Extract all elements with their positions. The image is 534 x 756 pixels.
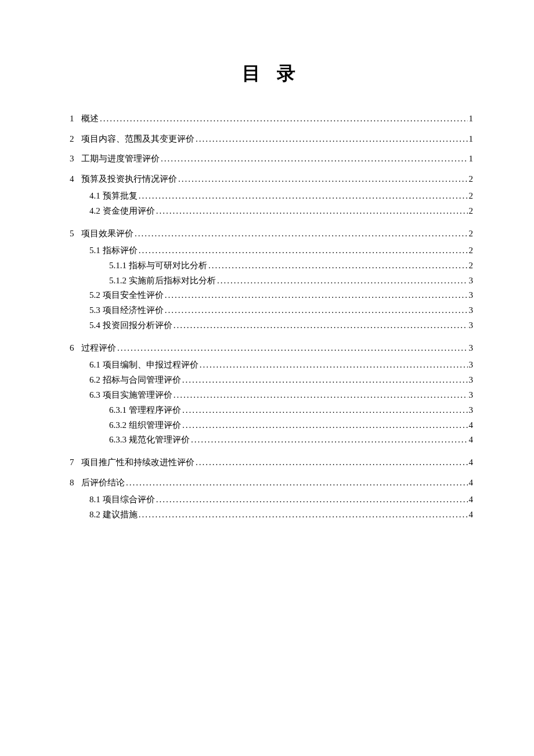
page-title: 目录	[64, 61, 473, 87]
toc-entry-label: 6.1项目编制、申报过程评价	[89, 358, 199, 373]
toc-entry-6-3-2: 6.3.2组织管理评价 4	[64, 418, 473, 433]
toc-dots	[139, 189, 468, 204]
toc-dots	[217, 273, 468, 289]
toc-page-number: 3	[469, 373, 474, 388]
toc-dots	[161, 149, 468, 169]
toc-page-number: 1	[469, 129, 474, 149]
toc-entry-4-2: 4.2资金使用评价 2	[64, 204, 473, 219]
toc-dots	[165, 303, 468, 318]
toc-page-number: 3	[469, 388, 474, 403]
toc-entry-label: 4预算及投资执行情况评价	[70, 169, 177, 189]
toc-entry-5-3: 5.3项目经济性评价 3	[64, 303, 473, 318]
toc-dots	[174, 318, 468, 333]
toc-page-number: 4	[469, 507, 474, 523]
toc-dots	[182, 403, 468, 418]
toc-entry-label: 7项目推广性和持续改进性评价	[70, 452, 194, 473]
toc-entry-6-3-3: 6.3.3规范化管理评价 4	[64, 433, 473, 448]
toc-entry-5: 5项目效果评价 2	[64, 224, 473, 244]
toc-entry-6: 6过程评价 3	[64, 338, 473, 358]
toc-dots	[165, 288, 468, 303]
toc-group-6: 6.1项目编制、申报过程评价 3 6.2招标与合同管理评价 3 6.3项目实施管…	[64, 358, 473, 448]
toc-page-number: 3	[469, 303, 474, 318]
toc-entry-label: 6过程评价	[70, 338, 116, 358]
toc-group-4: 4.1预算批复 2 4.2资金使用评价 2	[64, 189, 473, 219]
toc-page-number: 3	[469, 358, 474, 373]
toc-page-number: 4	[469, 433, 474, 448]
toc-entry-6-3: 6.3项目实施管理评价 3	[64, 388, 473, 403]
toc-page-number: 2	[469, 258, 474, 273]
toc-entry-8: 8后评价结论 4	[64, 473, 473, 493]
toc-page-number: 1	[469, 109, 474, 129]
toc-entry-label: 3工期与进度管理评价	[70, 149, 160, 169]
toc-entry-6-1: 6.1项目编制、申报过程评价 3	[64, 358, 473, 373]
toc-dots	[100, 109, 468, 129]
toc-entry-label: 6.3.3规范化管理评价	[109, 433, 190, 448]
toc-entry-label: 5.1指标评价	[89, 243, 138, 258]
toc-entry-6-2: 6.2招标与合同管理评价 3	[64, 373, 473, 388]
toc-dots	[126, 473, 468, 493]
toc-page-number: 1	[469, 149, 474, 169]
toc-entry-label: 6.3.2组织管理评价	[109, 418, 181, 433]
toc-page-number: 2	[469, 243, 474, 258]
toc-entry-label: 8.2建议措施	[89, 507, 138, 523]
toc-dots	[174, 388, 468, 403]
toc-dots	[182, 418, 468, 433]
toc-page-number: 2	[469, 169, 474, 189]
toc-entry-6-3-1: 6.3.1管理程序评价 3	[64, 403, 473, 418]
toc-dots	[156, 204, 468, 219]
toc-entry-8-2: 8.2建议措施 4	[64, 507, 473, 523]
toc-dots	[178, 169, 468, 189]
toc-group-5: 5.1指标评价 2 5.1.1指标与可研对比分析 2 5.1.2实施前后指标对比…	[64, 243, 473, 333]
toc-entry-label: 2项目内容、范围及其变更评价	[70, 129, 194, 149]
toc-entry-label: 5项目效果评价	[70, 224, 134, 244]
toc-entry-8-1: 8.1项目综合评价 4	[64, 492, 473, 507]
toc-page-number: 3	[469, 273, 474, 289]
toc-group-8: 8.1项目综合评价 4 8.2建议措施 4	[64, 492, 473, 523]
toc-entry-5-1-1: 5.1.1指标与可研对比分析 2	[64, 258, 473, 273]
toc-page-number: 4	[469, 492, 474, 507]
toc-entry-3: 3工期与进度管理评价 1	[64, 149, 473, 169]
toc-entry-2: 2项目内容、范围及其变更评价 1	[64, 129, 473, 149]
toc-entry-5-1-2: 5.1.2实施前后指标对比分析 3	[64, 273, 473, 289]
toc-entry-7: 7项目推广性和持续改进性评价 4	[64, 452, 473, 473]
toc-entry-label: 5.4投资回报分析评价	[89, 318, 172, 333]
toc-dots	[139, 243, 468, 258]
toc-entry-label: 6.2招标与合同管理评价	[89, 373, 181, 388]
toc-entry-label: 1概述	[70, 109, 99, 129]
toc-dots	[191, 433, 468, 448]
toc-entry-5-1: 5.1指标评价 2	[64, 243, 473, 258]
toc-page-number: 2	[469, 224, 474, 244]
toc-entry-5-2: 5.2项目安全性评价 3	[64, 288, 473, 303]
toc-entry-label: 4.2资金使用评价	[89, 204, 155, 219]
toc-dots	[156, 492, 468, 507]
toc-page-number: 3	[469, 403, 474, 418]
toc-entry-1: 1概述 1	[64, 109, 473, 129]
toc-dots	[208, 258, 468, 273]
toc-page-number: 2	[469, 189, 474, 204]
toc-entry-label: 4.1预算批复	[89, 189, 138, 204]
toc-dots	[196, 452, 468, 473]
toc-entry-label: 6.3项目实施管理评价	[89, 388, 172, 403]
toc-dots	[139, 507, 468, 523]
toc-page-number: 4	[469, 473, 474, 493]
toc-page-number: 3	[469, 288, 474, 303]
table-of-contents: 1概述 1 2项目内容、范围及其变更评价 1 3工期与进度管理评价 1 4预算及…	[64, 109, 473, 523]
toc-page-number: 4	[469, 418, 474, 433]
toc-entry-label: 5.3项目经济性评价	[89, 303, 164, 318]
toc-page-number: 4	[469, 452, 474, 473]
toc-entry-label: 8后评价结论	[70, 473, 125, 493]
toc-page-number: 3	[469, 338, 474, 358]
toc-dots	[196, 129, 468, 149]
toc-entry-label: 5.1.2实施前后指标对比分析	[109, 273, 216, 289]
toc-entry-label: 5.2项目安全性评价	[89, 288, 164, 303]
toc-dots	[135, 224, 468, 244]
toc-dots	[117, 338, 468, 358]
toc-page-number: 3	[469, 318, 474, 333]
toc-entry-label: 8.1项目综合评价	[89, 492, 155, 507]
toc-dots	[200, 358, 468, 373]
toc-entry-4: 4预算及投资执行情况评价 2	[64, 169, 473, 189]
toc-entry-label: 5.1.1指标与可研对比分析	[109, 258, 207, 273]
toc-entry-label: 6.3.1管理程序评价	[109, 403, 181, 418]
toc-dots	[182, 373, 468, 388]
toc-page-number: 2	[469, 204, 474, 219]
